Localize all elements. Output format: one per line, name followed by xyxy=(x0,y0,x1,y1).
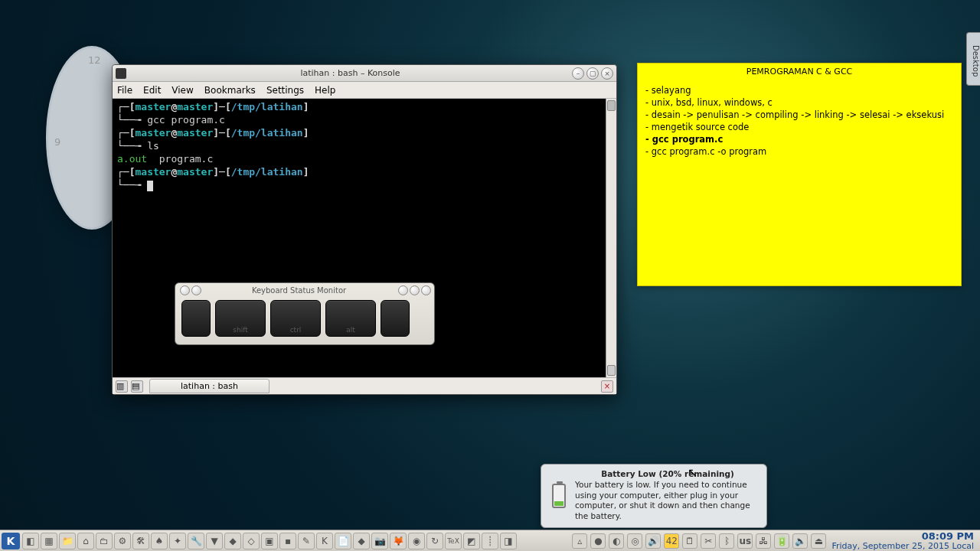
taskbar-running-app-icon[interactable]: ◨ xyxy=(500,533,517,549)
maximize-button[interactable]: ▢ xyxy=(586,67,599,80)
taskbar-inkscape-icon[interactable]: ◆ xyxy=(353,533,370,549)
desktop-edge-tab[interactable]: Desktop xyxy=(966,32,980,86)
taskbar-firefox-icon[interactable]: 🦊 xyxy=(390,533,407,549)
ksm-key-shift: shift xyxy=(215,300,266,337)
sticky-note-title: PEMROGRAMAN C & GCC xyxy=(638,64,961,80)
taskbar-home-icon[interactable]: ⌂ xyxy=(77,533,94,549)
tray-device-icon[interactable]: ⏏ xyxy=(811,533,826,549)
taskbar-star-icon[interactable]: ✦ xyxy=(169,533,186,549)
taskbar-spade-icon[interactable]: ♠ xyxy=(151,533,168,549)
terminal-line: └──╼ gcc program.c xyxy=(117,113,612,126)
konsole-window: latihan : bash – Konsole – ▢ × File Edit… xyxy=(112,64,617,395)
tray-volume-icon[interactable]: 🔈 xyxy=(792,533,808,549)
ksm-app-icon xyxy=(180,285,190,295)
terminal-tab[interactable]: latihan : bash xyxy=(149,379,270,393)
sticky-note-line: - mengetik source code xyxy=(645,121,953,133)
taskbar-dolphin-icon[interactable]: 📁 xyxy=(59,533,76,549)
tray-app2-icon[interactable]: ◐ xyxy=(609,533,624,549)
taskbar-terminal-icon[interactable]: ▣ xyxy=(261,533,278,549)
ksm-key-ctrl: ctrl xyxy=(270,300,321,337)
terminal-line: └──╼ ls xyxy=(117,139,612,152)
taskbar-wrench-icon[interactable]: 🔧 xyxy=(188,533,204,549)
taskbar-app2-icon[interactable]: ◇ xyxy=(243,533,260,549)
konsole-app-icon xyxy=(116,68,126,79)
taskbar-network-icon[interactable]: ↻ xyxy=(426,533,443,549)
menu-file[interactable]: File xyxy=(117,85,132,96)
tray-app3-icon[interactable]: ◎ xyxy=(627,533,642,549)
menu-help[interactable]: Help xyxy=(315,85,335,96)
ksm-key-alt: alt xyxy=(325,300,376,337)
terminal-scrollbar[interactable] xyxy=(606,99,616,377)
ksm-pin-button[interactable] xyxy=(191,285,201,295)
battery-low-notification[interactable]: Battery Low (20% remaining) Your battery… xyxy=(541,464,767,528)
clock-num-12: 12 xyxy=(88,54,101,66)
taskbar-folder-icon[interactable]: 🗀 xyxy=(96,533,113,549)
sticky-note-line: - desain -> penulisan -> compiling -> li… xyxy=(645,109,953,121)
ksm-key-blank1 xyxy=(181,300,211,337)
taskbar-app3-icon[interactable]: ◩ xyxy=(463,533,480,549)
taskbar-time: 08:09 PM xyxy=(831,531,974,542)
terminal-line: ┌─[master@master]─[/tmp/latihan] xyxy=(117,100,612,113)
terminal-line: ┌─[master@master]─[/tmp/latihan] xyxy=(117,126,612,139)
konsole-statusbar: ▥ ▤ latihan : bash × xyxy=(113,377,616,394)
tray-app1-icon[interactable]: ● xyxy=(590,533,606,549)
taskbar-pager-icon[interactable]: ▦ xyxy=(41,533,57,549)
menu-settings[interactable]: Settings xyxy=(266,85,304,96)
clock-num-9: 9 xyxy=(54,136,60,148)
taskbar-libreoffice-icon[interactable]: 📄 xyxy=(335,533,351,549)
taskbar-separator-icon: ┊ xyxy=(482,533,498,549)
taskbar-konsole-icon[interactable]: ▪ xyxy=(279,533,296,549)
sticky-note-line: - selayang xyxy=(645,84,953,96)
close-button[interactable]: × xyxy=(601,67,613,80)
tray-temp-icon[interactable]: 42 xyxy=(664,533,679,549)
taskbar-app1-icon[interactable]: ◆ xyxy=(224,533,241,549)
taskbar-tools-icon[interactable]: 🛠 xyxy=(132,533,149,549)
tray-sound-icon[interactable]: 🔊 xyxy=(645,533,661,549)
scrollbar-thumb[interactable] xyxy=(607,100,616,111)
tray-battery-icon[interactable]: 🔋 xyxy=(774,533,789,549)
menu-edit[interactable]: Edit xyxy=(143,85,161,96)
sticky-note-body: - selayang- unix, bsd, linux, windows, c… xyxy=(638,80,961,163)
tray-bluetooth-icon[interactable]: ᛒ xyxy=(719,533,734,549)
close-tab-button[interactable]: × xyxy=(601,380,613,393)
taskbar-screenshot-icon[interactable]: 📷 xyxy=(371,533,388,549)
taskbar-chrome-icon[interactable]: ◉ xyxy=(408,533,425,549)
tray-klipper-icon[interactable]: ✂ xyxy=(701,533,716,549)
split-view-button[interactable]: ▤ xyxy=(131,380,143,393)
terminal-line: a.out program.c xyxy=(117,152,612,165)
keyboard-status-monitor-window: Keyboard Status Monitor shift ctrl alt xyxy=(175,282,435,345)
taskbar-gear-icon[interactable]: ⚙ xyxy=(114,533,131,549)
konsole-title-text: latihan : bash – Konsole xyxy=(131,68,570,78)
battery-icon xyxy=(547,469,570,523)
taskbar-editor-icon[interactable]: ✎ xyxy=(298,533,315,549)
ksm-minimize-button[interactable] xyxy=(398,285,408,295)
sticky-note[interactable]: PEMROGRAMAN C & GCC - selayang- unix, bs… xyxy=(637,63,962,286)
sticky-note-line: - unix, bsd, linux, windows, c xyxy=(645,96,953,109)
taskbar-activity-icon[interactable]: ◧ xyxy=(22,533,39,549)
tray-notes-icon[interactable]: 🗒 xyxy=(682,533,697,549)
new-tab-button[interactable]: ▥ xyxy=(116,380,128,393)
ksm-titlebar[interactable]: Keyboard Status Monitor xyxy=(175,283,434,297)
taskbar-kate-icon[interactable]: K xyxy=(316,533,333,549)
system-tray: ▵ ● ◐ ◎ 🔊 42 🗒 ✂ ᛒ us 🖧 🔋 🔈 ⏏ xyxy=(571,533,827,549)
ksm-key-blank2 xyxy=(381,300,410,337)
sticky-note-line: - gcc program.c -o program xyxy=(645,145,953,158)
tray-expand-icon[interactable]: ▵ xyxy=(572,533,587,549)
taskbar: K ◧ ▦ 📁 ⌂ 🗀 ⚙ 🛠 ♠ ✦ 🔧 ▼ ◆ ◇ ▣ ▪ ✎ K 📄 ◆ … xyxy=(0,530,980,551)
tray-kblayout-icon[interactable]: us xyxy=(737,533,753,549)
ksm-maximize-button[interactable] xyxy=(410,285,420,295)
taskbar-yakuake-icon[interactable]: ▼ xyxy=(206,533,223,549)
konsole-titlebar[interactable]: latihan : bash – Konsole – ▢ × xyxy=(113,65,616,82)
taskbar-tex-icon[interactable]: TeX xyxy=(445,533,462,549)
battery-notif-body: Your battery is low. If you need to cont… xyxy=(575,480,760,521)
scrollbar-down-arrow[interactable] xyxy=(607,365,616,376)
menu-bookmarks[interactable]: Bookmarks xyxy=(204,85,256,96)
taskbar-clock[interactable]: 08:09 PM Friday, September 25, 2015 Loca… xyxy=(827,531,978,550)
terminal-line: └──╼ xyxy=(117,178,612,191)
minimize-button[interactable]: – xyxy=(572,67,584,80)
ksm-close-button[interactable] xyxy=(421,285,431,295)
taskbar-date: Friday, September 25, 2015 Local xyxy=(831,542,974,551)
kmenu-button[interactable]: K xyxy=(2,533,20,549)
menu-view[interactable]: View xyxy=(172,85,193,96)
tray-network-icon[interactable]: 🖧 xyxy=(756,533,771,549)
